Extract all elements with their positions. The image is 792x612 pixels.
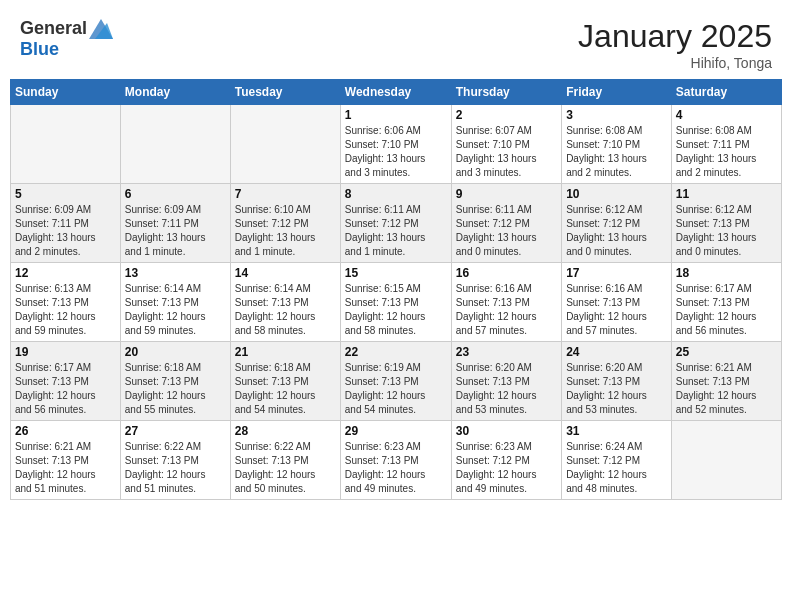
calendar-cell: 26Sunrise: 6:21 AM Sunset: 7:13 PM Dayli… [11,421,121,500]
weekday-header-thursday: Thursday [451,80,561,105]
day-number: 5 [15,187,116,201]
day-info: Sunrise: 6:23 AM Sunset: 7:13 PM Dayligh… [345,440,447,496]
day-info: Sunrise: 6:10 AM Sunset: 7:12 PM Dayligh… [235,203,336,259]
day-number: 7 [235,187,336,201]
calendar-cell: 16Sunrise: 6:16 AM Sunset: 7:13 PM Dayli… [451,263,561,342]
calendar-cell: 12Sunrise: 6:13 AM Sunset: 7:13 PM Dayli… [11,263,121,342]
calendar-cell: 27Sunrise: 6:22 AM Sunset: 7:13 PM Dayli… [120,421,230,500]
day-number: 16 [456,266,557,280]
day-number: 15 [345,266,447,280]
calendar-cell: 1Sunrise: 6:06 AM Sunset: 7:10 PM Daylig… [340,105,451,184]
day-number: 9 [456,187,557,201]
day-number: 24 [566,345,667,359]
calendar-cell: 25Sunrise: 6:21 AM Sunset: 7:13 PM Dayli… [671,342,781,421]
calendar-cell: 7Sunrise: 6:10 AM Sunset: 7:12 PM Daylig… [230,184,340,263]
calendar-cell: 8Sunrise: 6:11 AM Sunset: 7:12 PM Daylig… [340,184,451,263]
day-info: Sunrise: 6:09 AM Sunset: 7:11 PM Dayligh… [15,203,116,259]
calendar-cell: 5Sunrise: 6:09 AM Sunset: 7:11 PM Daylig… [11,184,121,263]
calendar-cell: 13Sunrise: 6:14 AM Sunset: 7:13 PM Dayli… [120,263,230,342]
day-number: 13 [125,266,226,280]
calendar-cell [671,421,781,500]
day-info: Sunrise: 6:22 AM Sunset: 7:13 PM Dayligh… [235,440,336,496]
calendar-cell: 22Sunrise: 6:19 AM Sunset: 7:13 PM Dayli… [340,342,451,421]
day-info: Sunrise: 6:08 AM Sunset: 7:11 PM Dayligh… [676,124,777,180]
day-number: 8 [345,187,447,201]
logo: General Blue [20,18,113,60]
day-number: 28 [235,424,336,438]
day-number: 3 [566,108,667,122]
calendar-cell: 15Sunrise: 6:15 AM Sunset: 7:13 PM Dayli… [340,263,451,342]
weekday-header-tuesday: Tuesday [230,80,340,105]
day-info: Sunrise: 6:14 AM Sunset: 7:13 PM Dayligh… [235,282,336,338]
day-info: Sunrise: 6:18 AM Sunset: 7:13 PM Dayligh… [235,361,336,417]
calendar-table: SundayMondayTuesdayWednesdayThursdayFrid… [10,79,782,500]
day-number: 20 [125,345,226,359]
calendar-cell [230,105,340,184]
day-number: 12 [15,266,116,280]
day-number: 27 [125,424,226,438]
day-number: 19 [15,345,116,359]
weekday-header-friday: Friday [562,80,672,105]
calendar-cell: 30Sunrise: 6:23 AM Sunset: 7:12 PM Dayli… [451,421,561,500]
day-info: Sunrise: 6:15 AM Sunset: 7:13 PM Dayligh… [345,282,447,338]
calendar-cell: 18Sunrise: 6:17 AM Sunset: 7:13 PM Dayli… [671,263,781,342]
weekday-header-monday: Monday [120,80,230,105]
day-info: Sunrise: 6:17 AM Sunset: 7:13 PM Dayligh… [15,361,116,417]
day-info: Sunrise: 6:11 AM Sunset: 7:12 PM Dayligh… [345,203,447,259]
day-info: Sunrise: 6:16 AM Sunset: 7:13 PM Dayligh… [566,282,667,338]
calendar-cell: 21Sunrise: 6:18 AM Sunset: 7:13 PM Dayli… [230,342,340,421]
day-info: Sunrise: 6:20 AM Sunset: 7:13 PM Dayligh… [456,361,557,417]
weekday-header-sunday: Sunday [11,80,121,105]
day-info: Sunrise: 6:08 AM Sunset: 7:10 PM Dayligh… [566,124,667,180]
calendar-cell: 3Sunrise: 6:08 AM Sunset: 7:10 PM Daylig… [562,105,672,184]
day-info: Sunrise: 6:20 AM Sunset: 7:13 PM Dayligh… [566,361,667,417]
day-info: Sunrise: 6:24 AM Sunset: 7:12 PM Dayligh… [566,440,667,496]
day-info: Sunrise: 6:19 AM Sunset: 7:13 PM Dayligh… [345,361,447,417]
day-info: Sunrise: 6:09 AM Sunset: 7:11 PM Dayligh… [125,203,226,259]
calendar-cell: 31Sunrise: 6:24 AM Sunset: 7:12 PM Dayli… [562,421,672,500]
weekday-header-saturday: Saturday [671,80,781,105]
calendar-week-row: 1Sunrise: 6:06 AM Sunset: 7:10 PM Daylig… [11,105,782,184]
calendar-cell: 9Sunrise: 6:11 AM Sunset: 7:12 PM Daylig… [451,184,561,263]
calendar-cell: 29Sunrise: 6:23 AM Sunset: 7:13 PM Dayli… [340,421,451,500]
day-info: Sunrise: 6:22 AM Sunset: 7:13 PM Dayligh… [125,440,226,496]
day-info: Sunrise: 6:14 AM Sunset: 7:13 PM Dayligh… [125,282,226,338]
calendar-cell: 20Sunrise: 6:18 AM Sunset: 7:13 PM Dayli… [120,342,230,421]
calendar-cell: 19Sunrise: 6:17 AM Sunset: 7:13 PM Dayli… [11,342,121,421]
day-info: Sunrise: 6:12 AM Sunset: 7:12 PM Dayligh… [566,203,667,259]
day-number: 2 [456,108,557,122]
day-info: Sunrise: 6:23 AM Sunset: 7:12 PM Dayligh… [456,440,557,496]
calendar-cell: 4Sunrise: 6:08 AM Sunset: 7:11 PM Daylig… [671,105,781,184]
calendar-cell: 14Sunrise: 6:14 AM Sunset: 7:13 PM Dayli… [230,263,340,342]
day-info: Sunrise: 6:11 AM Sunset: 7:12 PM Dayligh… [456,203,557,259]
day-number: 14 [235,266,336,280]
day-number: 11 [676,187,777,201]
day-info: Sunrise: 6:16 AM Sunset: 7:13 PM Dayligh… [456,282,557,338]
weekday-header-row: SundayMondayTuesdayWednesdayThursdayFrid… [11,80,782,105]
day-number: 22 [345,345,447,359]
calendar-cell: 23Sunrise: 6:20 AM Sunset: 7:13 PM Dayli… [451,342,561,421]
day-number: 4 [676,108,777,122]
weekday-header-wednesday: Wednesday [340,80,451,105]
day-info: Sunrise: 6:17 AM Sunset: 7:13 PM Dayligh… [676,282,777,338]
calendar-cell: 24Sunrise: 6:20 AM Sunset: 7:13 PM Dayli… [562,342,672,421]
day-number: 17 [566,266,667,280]
calendar-week-row: 26Sunrise: 6:21 AM Sunset: 7:13 PM Dayli… [11,421,782,500]
calendar-cell: 2Sunrise: 6:07 AM Sunset: 7:10 PM Daylig… [451,105,561,184]
page-header: General Blue January 2025 Hihifo, Tonga [10,10,782,75]
day-number: 26 [15,424,116,438]
day-info: Sunrise: 6:13 AM Sunset: 7:13 PM Dayligh… [15,282,116,338]
calendar-cell: 17Sunrise: 6:16 AM Sunset: 7:13 PM Dayli… [562,263,672,342]
day-number: 31 [566,424,667,438]
location-subtitle: Hihifo, Tonga [578,55,772,71]
day-number: 18 [676,266,777,280]
calendar-cell: 28Sunrise: 6:22 AM Sunset: 7:13 PM Dayli… [230,421,340,500]
calendar-cell: 10Sunrise: 6:12 AM Sunset: 7:12 PM Dayli… [562,184,672,263]
day-number: 29 [345,424,447,438]
day-info: Sunrise: 6:18 AM Sunset: 7:13 PM Dayligh… [125,361,226,417]
day-info: Sunrise: 6:21 AM Sunset: 7:13 PM Dayligh… [15,440,116,496]
day-number: 30 [456,424,557,438]
calendar-week-row: 5Sunrise: 6:09 AM Sunset: 7:11 PM Daylig… [11,184,782,263]
day-number: 23 [456,345,557,359]
logo-blue-text: Blue [20,39,59,60]
